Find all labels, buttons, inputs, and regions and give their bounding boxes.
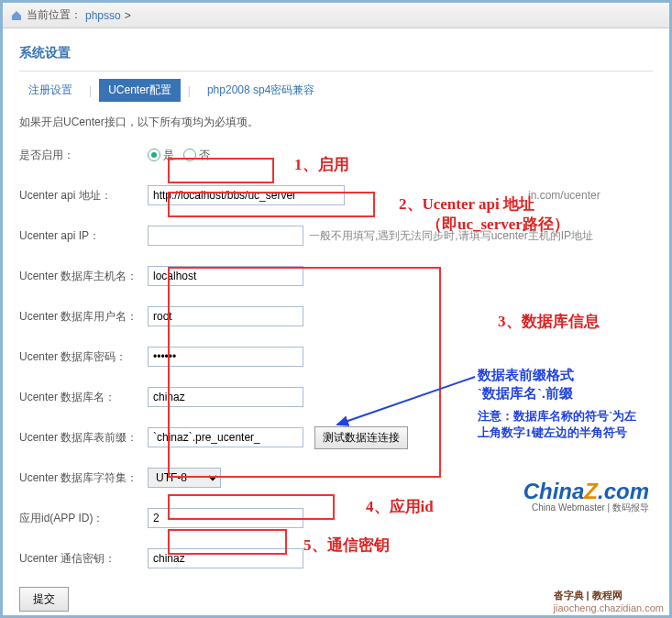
chinaz-logo: ChinaZ.com China Webmaster | 数码报导 [523,479,649,514]
tabs-bar: 注册设置 | UCenter配置 | php2008 sp4密码兼容 [19,79,653,102]
radio-yes[interactable]: 是 [148,148,174,163]
label-dbname: Ucenter 数据库名： [19,390,148,405]
dbpass-input[interactable] [148,347,303,367]
radio-no[interactable]: 否 [183,148,210,163]
ip-input[interactable] [148,226,303,246]
submit-button[interactable]: 提交 [19,587,69,612]
page-title: 系统设置 [19,39,653,72]
footer-credit: 沓字典 | 教程网 jiaocheng.chazidian.com [554,589,664,613]
label-ip: Ucenter api IP： [19,228,148,244]
test-db-button[interactable]: 测试数据连连接 [314,426,408,449]
tab-php2008[interactable]: php2008 sp4密码兼容 [198,79,324,102]
tab-sep: | [89,84,92,97]
api-input[interactable] [148,185,345,205]
breadcrumb: 当前位置： phpsso > [3,3,669,28]
tab-ucenter[interactable]: UCenter配置 [99,79,181,102]
label-api: Ucenter api 地址： [19,188,148,204]
location-sep: > [125,9,131,22]
tab-sep: | [188,84,191,97]
label-dbprefix: Ucenter 数据库表前缀： [19,430,148,446]
label-dbcharset: Ucenter 数据库字符集： [19,470,148,486]
label-appid: 应用id(APP ID)： [19,511,148,526]
dbhost-input[interactable] [148,266,303,286]
dbname-input[interactable] [148,387,303,407]
ip-help: 一般不用填写,遇到无法同步时,请填写ucenter主机的IP地址 [309,228,593,244]
tab-register[interactable]: 注册设置 [19,79,82,102]
api-help: in.com/ucenter [528,189,600,202]
commkey-input[interactable] [148,548,303,568]
location-icon [10,9,23,22]
location-crumb: phpsso [85,9,121,22]
appid-input[interactable] [148,508,303,528]
location-prefix: 当前位置： [27,7,82,23]
form-hint: 如果开启UCenter接口，以下所有项均为必填项。 [19,115,653,130]
dbprefix-input[interactable] [148,427,303,447]
radio-icon [148,149,160,161]
enable-radio-group: 是 否 [148,148,210,163]
label-dbpass: Ucenter 数据库密码： [19,349,148,365]
dbcharset-select[interactable]: UTF-8 [148,468,221,488]
label-enable: 是否启用： [19,148,148,163]
label-dbuser: Ucenter 数据库用户名： [19,309,148,325]
dbuser-input[interactable] [148,306,303,326]
label-dbhost: Ucenter 数据库主机名： [19,269,148,284]
radio-icon [183,149,196,161]
label-commkey: Ucenter 通信密钥： [19,551,148,567]
